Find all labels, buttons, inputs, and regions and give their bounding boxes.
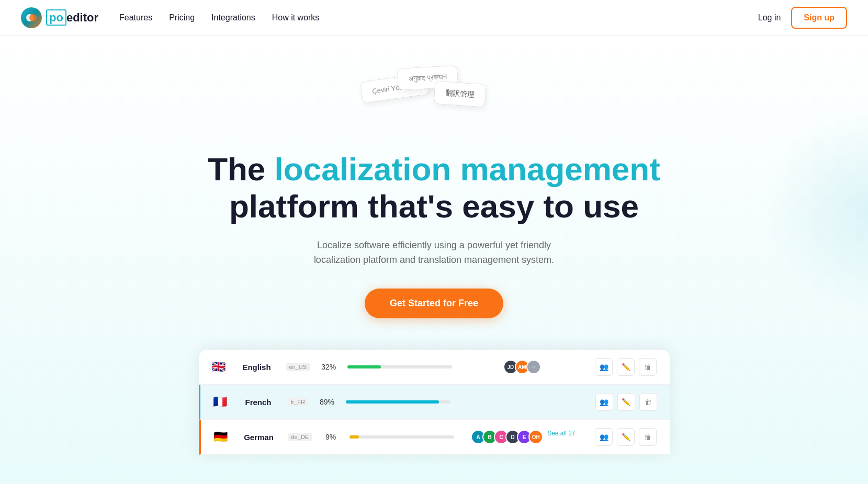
lang-percent-german: 9% (320, 433, 341, 441)
progress-french (346, 400, 450, 404)
row-actions-french: 👥 ✏️ 🗑 (595, 393, 657, 411)
flag-english: 🇬🇧 (211, 360, 226, 374)
navbar: poeditor Features Pricing Integrations H… (0, 0, 868, 36)
row-actions-german: 👥 ✏️ 🗑 (595, 428, 657, 446)
nav-left: poeditor Features Pricing Integrations H… (21, 7, 319, 28)
flag-german: 🇩🇪 (213, 430, 228, 444)
contributors-button[interactable]: 👥 (595, 393, 613, 411)
edit-button[interactable]: ✏️ (617, 358, 635, 376)
lang-name-german: German (238, 433, 280, 442)
login-button[interactable]: Log in (758, 13, 781, 22)
hero-title-highlight: localization management (275, 151, 660, 187)
logo-icon (21, 7, 42, 28)
progress-english (347, 365, 452, 368)
delete-button[interactable]: 🗑 (639, 393, 657, 411)
hero-title: The localization management platform tha… (10, 151, 858, 225)
contributors-button[interactable]: 👥 (595, 428, 613, 446)
table-row: 🇫🇷 French fr_FR 89% 👥 ✏️ 🗑 (199, 385, 670, 420)
nav-how-it-works[interactable]: How it works (272, 13, 320, 22)
avatars-english: JD AM ·· (506, 360, 541, 374)
lang-name-french: French (238, 398, 279, 407)
progress-bar-english (347, 365, 381, 368)
nav-right: Log in Sign up (758, 7, 847, 29)
dashboard-preview: 🇬🇧 English en_US 32% JD AM ·· 👥 ✏️ 🗑 🇫🇷 … (199, 350, 670, 455)
avatar: OH (528, 430, 543, 444)
lang-name-english: English (236, 363, 278, 372)
get-started-button[interactable]: Get Started for Free (365, 289, 503, 318)
nav-integrations[interactable]: Integrations (211, 13, 255, 22)
logo-editor: editor (66, 11, 98, 24)
lang-code-german: de_DE (288, 433, 312, 441)
lang-percent-english: 32% (318, 363, 339, 371)
contributors-button[interactable]: 👥 (595, 358, 613, 376)
edit-button[interactable]: ✏️ (617, 428, 635, 446)
progress-bar-german (350, 435, 359, 439)
avatars-german: A B C D E OH See all 27 (474, 430, 575, 444)
hero-title-prefix: The (208, 151, 274, 187)
table-row: 🇩🇪 German de_DE 9% A B C D E OH See all … (199, 420, 670, 455)
edit-button[interactable]: ✏️ (617, 393, 635, 411)
hero-cards: Çeviri Yönetimi अनुवाद प्रबन्धन 翻訳管理 (356, 67, 513, 135)
lang-code-english: en_US (286, 363, 310, 371)
lang-code-french: fr_FR (288, 398, 309, 406)
svg-point-1 (29, 14, 37, 21)
logo[interactable]: poeditor (21, 7, 98, 28)
hero-section: Çeviri Yönetimi अनुवाद प्रबन्धन 翻訳管理 The… (0, 36, 868, 484)
avatar: ·· (526, 360, 541, 374)
hero-title-suffix: platform that's easy to use (229, 188, 639, 224)
logo-text: poeditor (46, 11, 98, 25)
progress-bar-french (346, 400, 439, 404)
logo-po: po (46, 9, 66, 26)
hero-subtitle: Localize software efficiently using a po… (298, 238, 570, 268)
table-row: 🇬🇧 English en_US 32% JD AM ·· 👥 ✏️ 🗑 (199, 350, 670, 385)
flag-french: 🇫🇷 (213, 395, 227, 409)
nav-features[interactable]: Features (119, 13, 152, 22)
signup-button[interactable]: Sign up (791, 7, 847, 29)
lang-percent-french: 89% (317, 398, 337, 406)
delete-button[interactable]: 🗑 (639, 358, 657, 376)
nav-pricing[interactable]: Pricing (169, 13, 195, 22)
progress-german (350, 435, 454, 439)
hero-card-ja: 翻訳管理 (433, 81, 486, 108)
row-actions-english: 👥 ✏️ 🗑 (595, 358, 657, 376)
nav-links: Features Pricing Integrations How it wor… (119, 13, 319, 22)
see-all-link[interactable]: See all 27 (547, 430, 575, 444)
delete-button[interactable]: 🗑 (639, 428, 657, 446)
